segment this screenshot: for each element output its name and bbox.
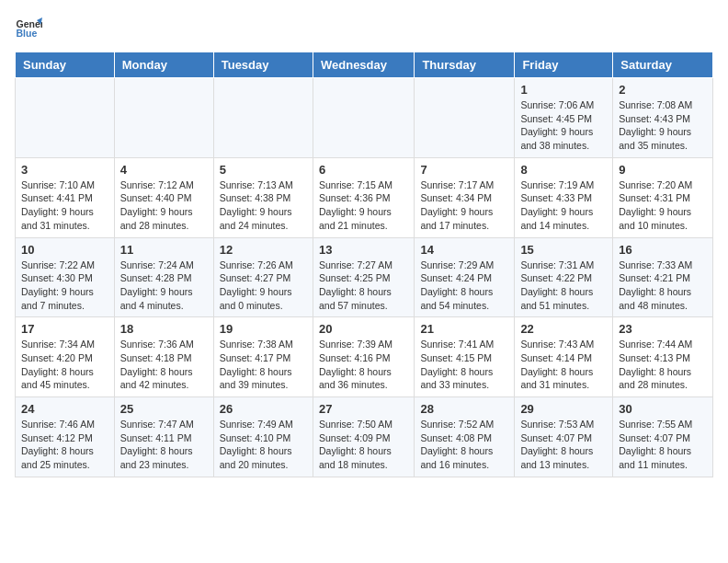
day-number: 10 — [21, 243, 108, 257]
svg-text:Blue: Blue — [17, 28, 38, 39]
day-info: Sunrise: 7:13 AM Sunset: 4:38 PM Dayligh… — [220, 178, 307, 233]
day-number: 26 — [220, 402, 307, 416]
calendar-cell: 14Sunrise: 7:29 AM Sunset: 4:24 PM Dayli… — [415, 237, 515, 317]
day-info: Sunrise: 7:08 AM Sunset: 4:43 PM Dayligh… — [619, 98, 707, 153]
day-header-thursday: Thursday — [415, 52, 515, 78]
day-info: Sunrise: 7:10 AM Sunset: 4:41 PM Dayligh… — [21, 178, 108, 233]
day-info: Sunrise: 7:38 AM Sunset: 4:17 PM Dayligh… — [220, 338, 307, 392]
day-header-monday: Monday — [114, 52, 213, 78]
calendar-cell — [16, 78, 115, 158]
calendar-cell: 27Sunrise: 7:50 AM Sunset: 4:09 PM Dayli… — [313, 397, 414, 477]
calendar-cell: 18Sunrise: 7:36 AM Sunset: 4:18 PM Dayli… — [114, 317, 213, 397]
days-header-row: SundayMondayTuesdayWednesdayThursdayFrid… — [16, 52, 713, 78]
day-info: Sunrise: 7:52 AM Sunset: 4:08 PM Dayligh… — [420, 418, 508, 472]
calendar-cell — [313, 78, 414, 158]
day-info: Sunrise: 7:12 AM Sunset: 4:40 PM Dayligh… — [120, 178, 208, 233]
day-info: Sunrise: 7:47 AM Sunset: 4:11 PM Dayligh… — [120, 418, 208, 472]
day-info: Sunrise: 7:49 AM Sunset: 4:10 PM Dayligh… — [220, 418, 307, 472]
calendar-cell: 25Sunrise: 7:47 AM Sunset: 4:11 PM Dayli… — [114, 397, 213, 477]
day-info: Sunrise: 7:44 AM Sunset: 4:13 PM Dayligh… — [619, 338, 707, 392]
day-number: 9 — [619, 163, 707, 177]
day-number: 11 — [120, 243, 208, 257]
day-number: 29 — [520, 402, 607, 416]
day-number: 14 — [420, 243, 508, 257]
day-header-saturday: Saturday — [613, 52, 713, 78]
day-number: 24 — [21, 402, 108, 416]
calendar-cell: 11Sunrise: 7:24 AM Sunset: 4:28 PM Dayli… — [114, 237, 213, 317]
day-number: 4 — [120, 163, 208, 177]
day-number: 2 — [619, 83, 707, 97]
calendar-cell: 26Sunrise: 7:49 AM Sunset: 4:10 PM Dayli… — [213, 397, 313, 477]
calendar-week-row: 17Sunrise: 7:34 AM Sunset: 4:20 PM Dayli… — [16, 317, 713, 397]
day-number: 5 — [220, 163, 307, 177]
day-header-wednesday: Wednesday — [313, 52, 414, 78]
calendar-cell: 16Sunrise: 7:33 AM Sunset: 4:21 PM Dayli… — [613, 237, 713, 317]
day-info: Sunrise: 7:53 AM Sunset: 4:07 PM Dayligh… — [520, 418, 607, 472]
calendar-cell: 1Sunrise: 7:06 AM Sunset: 4:45 PM Daylig… — [515, 78, 613, 158]
day-number: 7 — [420, 163, 508, 177]
day-number: 13 — [319, 243, 408, 257]
day-info: Sunrise: 7:55 AM Sunset: 4:07 PM Dayligh… — [619, 418, 707, 472]
calendar-cell: 29Sunrise: 7:53 AM Sunset: 4:07 PM Dayli… — [515, 397, 613, 477]
logo-icon: General Blue — [15, 15, 42, 42]
day-info: Sunrise: 7:33 AM Sunset: 4:21 PM Dayligh… — [619, 259, 707, 313]
calendar-cell: 30Sunrise: 7:55 AM Sunset: 4:07 PM Dayli… — [613, 397, 713, 477]
calendar-cell: 22Sunrise: 7:43 AM Sunset: 4:14 PM Dayli… — [515, 317, 613, 397]
day-info: Sunrise: 7:19 AM Sunset: 4:33 PM Dayligh… — [520, 178, 607, 233]
calendar-cell: 19Sunrise: 7:38 AM Sunset: 4:17 PM Dayli… — [213, 317, 313, 397]
day-info: Sunrise: 7:39 AM Sunset: 4:16 PM Dayligh… — [319, 338, 408, 392]
header: General Blue — [15, 15, 713, 42]
day-number: 8 — [520, 163, 607, 177]
day-header-sunday: Sunday — [16, 52, 115, 78]
day-number: 25 — [120, 402, 208, 416]
calendar-cell: 4Sunrise: 7:12 AM Sunset: 4:40 PM Daylig… — [114, 157, 213, 237]
day-info: Sunrise: 7:06 AM Sunset: 4:45 PM Dayligh… — [520, 98, 607, 153]
day-number: 3 — [21, 163, 108, 177]
day-info: Sunrise: 7:43 AM Sunset: 4:14 PM Dayligh… — [520, 338, 607, 392]
day-number: 27 — [319, 402, 408, 416]
day-number: 15 — [520, 243, 607, 257]
calendar-cell: 23Sunrise: 7:44 AM Sunset: 4:13 PM Dayli… — [613, 317, 713, 397]
day-number: 21 — [420, 322, 508, 336]
calendar-cell: 3Sunrise: 7:10 AM Sunset: 4:41 PM Daylig… — [16, 157, 115, 237]
calendar-cell: 5Sunrise: 7:13 AM Sunset: 4:38 PM Daylig… — [213, 157, 313, 237]
calendar-cell: 8Sunrise: 7:19 AM Sunset: 4:33 PM Daylig… — [515, 157, 613, 237]
day-number: 30 — [619, 402, 707, 416]
day-info: Sunrise: 7:15 AM Sunset: 4:36 PM Dayligh… — [319, 178, 408, 233]
calendar-cell: 20Sunrise: 7:39 AM Sunset: 4:16 PM Dayli… — [313, 317, 414, 397]
day-number: 28 — [420, 402, 508, 416]
calendar-week-row: 3Sunrise: 7:10 AM Sunset: 4:41 PM Daylig… — [16, 157, 713, 237]
calendar-table: SundayMondayTuesdayWednesdayThursdayFrid… — [15, 52, 713, 477]
day-number: 19 — [220, 322, 307, 336]
day-number: 1 — [520, 83, 607, 97]
calendar-cell: 15Sunrise: 7:31 AM Sunset: 4:22 PM Dayli… — [515, 237, 613, 317]
day-info: Sunrise: 7:26 AM Sunset: 4:27 PM Dayligh… — [220, 259, 307, 313]
day-info: Sunrise: 7:34 AM Sunset: 4:20 PM Dayligh… — [21, 338, 108, 392]
calendar-cell: 10Sunrise: 7:22 AM Sunset: 4:30 PM Dayli… — [16, 237, 115, 317]
day-number: 12 — [220, 243, 307, 257]
calendar-cell — [114, 78, 213, 158]
day-header-friday: Friday — [515, 52, 613, 78]
calendar-cell: 13Sunrise: 7:27 AM Sunset: 4:25 PM Dayli… — [313, 237, 414, 317]
day-number: 16 — [619, 243, 707, 257]
day-info: Sunrise: 7:27 AM Sunset: 4:25 PM Dayligh… — [319, 259, 408, 313]
calendar-cell: 28Sunrise: 7:52 AM Sunset: 4:08 PM Dayli… — [415, 397, 515, 477]
day-number: 6 — [319, 163, 408, 177]
calendar-week-row: 10Sunrise: 7:22 AM Sunset: 4:30 PM Dayli… — [16, 237, 713, 317]
calendar-cell: 17Sunrise: 7:34 AM Sunset: 4:20 PM Dayli… — [16, 317, 115, 397]
day-header-tuesday: Tuesday — [213, 52, 313, 78]
calendar-cell: 6Sunrise: 7:15 AM Sunset: 4:36 PM Daylig… — [313, 157, 414, 237]
calendar-cell: 7Sunrise: 7:17 AM Sunset: 4:34 PM Daylig… — [415, 157, 515, 237]
calendar-cell: 24Sunrise: 7:46 AM Sunset: 4:12 PM Dayli… — [16, 397, 115, 477]
day-info: Sunrise: 7:29 AM Sunset: 4:24 PM Dayligh… — [420, 259, 508, 313]
logo: General Blue — [15, 15, 42, 42]
calendar-cell — [213, 78, 313, 158]
day-info: Sunrise: 7:17 AM Sunset: 4:34 PM Dayligh… — [420, 178, 508, 233]
day-info: Sunrise: 7:31 AM Sunset: 4:22 PM Dayligh… — [520, 259, 607, 313]
day-info: Sunrise: 7:36 AM Sunset: 4:18 PM Dayligh… — [120, 338, 208, 392]
day-info: Sunrise: 7:46 AM Sunset: 4:12 PM Dayligh… — [21, 418, 108, 472]
day-number: 20 — [319, 322, 408, 336]
calendar-cell — [415, 78, 515, 158]
day-info: Sunrise: 7:50 AM Sunset: 4:09 PM Dayligh… — [319, 418, 408, 472]
calendar-header: SundayMondayTuesdayWednesdayThursdayFrid… — [16, 52, 713, 78]
